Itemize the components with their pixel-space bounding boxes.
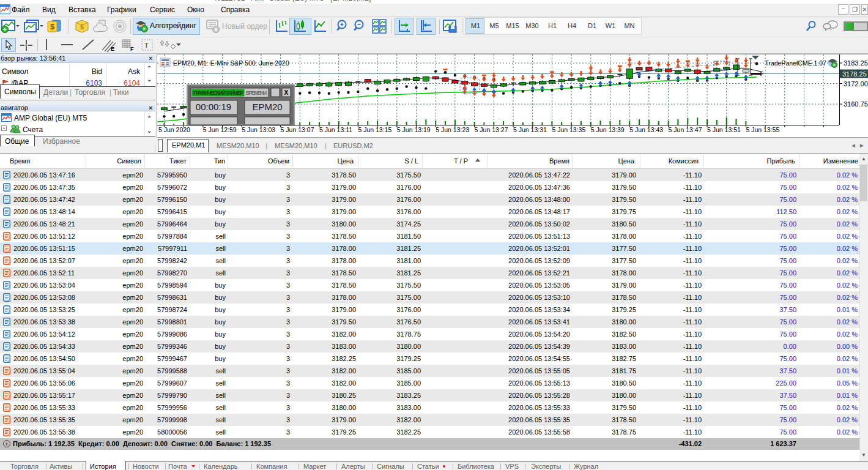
svg-text:5 Jun 12:59: 5 Jun 12:59 bbox=[203, 126, 237, 133]
svg-text:5 Jun 13:43: 5 Jun 13:43 bbox=[629, 126, 663, 133]
svg-text:3160.75: 3160.75 bbox=[844, 100, 868, 108]
svg-text:5: 5 bbox=[80, 23, 84, 31]
svg-text:3178.25: 3178.25 bbox=[842, 70, 867, 78]
svg-text:5 Jun 13:35: 5 Jun 13:35 bbox=[552, 126, 585, 133]
svg-text:TradePanelCME.1.07: TradePanelCME.1.07 bbox=[765, 59, 826, 67]
svg-text:3183.25: 3183.25 bbox=[844, 59, 868, 67]
svg-text:E: E bbox=[111, 46, 114, 52]
svg-text:T: T bbox=[144, 42, 149, 49]
svg-text:5 Jun 2020: 5 Jun 2020 bbox=[158, 126, 190, 133]
svg-text:5 Jun 13:11: 5 Jun 13:11 bbox=[319, 126, 352, 133]
svg-text:5 Jun 13:47: 5 Jun 13:47 bbox=[669, 126, 702, 133]
svg-text:5 Jun 13:15: 5 Jun 13:15 bbox=[358, 126, 391, 133]
svg-text:ГРАФИЧЕСКИЙ ТАЙМЕР: ГРАФИЧЕСКИЙ ТАЙМЕР bbox=[193, 89, 243, 96]
svg-text:EPM20, M1: E-Mini S&P 500: Jun: EPM20, M1: E-Mini S&P 500: June 2020 bbox=[173, 59, 289, 67]
svg-text:5 Jun 13:23: 5 Jun 13:23 bbox=[436, 126, 469, 133]
svg-text:5 Jun 13:51: 5 Jun 13:51 bbox=[707, 126, 741, 133]
svg-text:F: F bbox=[130, 46, 134, 52]
svg-text:5 Jun 13:07: 5 Jun 13:07 bbox=[281, 126, 314, 133]
svg-text:5 Jun 13:39: 5 Jun 13:39 bbox=[591, 126, 625, 133]
svg-text:3172.00: 3172.00 bbox=[844, 80, 868, 88]
svg-text:X: X bbox=[284, 89, 289, 96]
svg-text:5 Jun 13:27: 5 Jun 13:27 bbox=[475, 126, 508, 133]
svg-text:5 Jun 13:19: 5 Jun 13:19 bbox=[397, 126, 431, 133]
svg-text:5 Jun 13:55: 5 Jun 13:55 bbox=[746, 126, 779, 133]
svg-text:EPM20: EPM20 bbox=[252, 102, 282, 112]
svg-text:5 Jun 13:31: 5 Jun 13:31 bbox=[513, 126, 547, 133]
svg-text:$: $ bbox=[50, 22, 55, 31]
svg-text:5 Jun 13:03: 5 Jun 13:03 bbox=[242, 126, 275, 133]
svg-text:ВРЕМЕНИ: ВРЕМЕНИ bbox=[246, 90, 267, 96]
svg-text:00:00:19: 00:00:19 bbox=[196, 102, 231, 112]
